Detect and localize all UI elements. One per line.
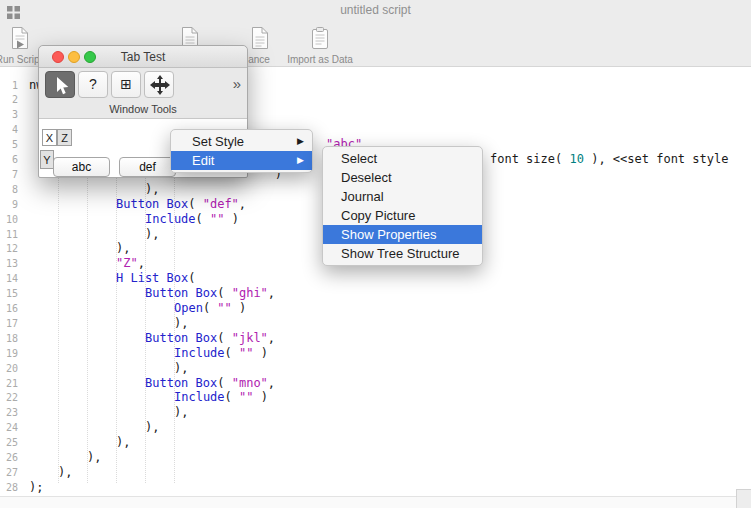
code-text: Button Box( "ghi", — [145, 286, 275, 301]
code-line-23: 23), — [0, 405, 751, 420]
code-text: ), — [58, 465, 72, 480]
menu-item-label: Show Tree Structure — [341, 246, 460, 261]
code-text: ); — [29, 480, 43, 495]
code-line-27: 27), — [0, 465, 751, 480]
code-text: ), — [145, 182, 159, 197]
code-line-19: 19Include( "" ) — [0, 346, 751, 361]
line-number: 10 — [0, 212, 18, 227]
line-number: 3 — [0, 107, 18, 122]
submenu-arrow-icon: ▶ — [297, 132, 304, 151]
tab-y[interactable]: Y — [40, 150, 54, 169]
code-text: ), — [116, 435, 130, 450]
add-window-tool[interactable]: ⊞ — [111, 71, 141, 98]
code-text: ), — [87, 450, 101, 465]
menu-item-show-properties[interactable]: Show Properties — [323, 225, 482, 244]
line-number: 18 — [0, 331, 18, 346]
menu-item-set-style[interactable]: Set Style▶ — [171, 132, 312, 151]
toolbar-run-script[interactable]: Run Script — [4, 25, 34, 65]
tab-x[interactable]: X — [42, 129, 57, 146]
tab-test-titlebar[interactable]: Tab Test — [39, 46, 247, 68]
tab-z[interactable]: Z — [57, 129, 72, 146]
code-line-17: 17), — [0, 316, 751, 331]
line-number: 21 — [0, 376, 18, 391]
code-text: ), — [174, 405, 188, 420]
line-number: 19 — [0, 346, 18, 361]
horizontal-scrollbar[interactable] — [0, 496, 736, 508]
code-text: Button Box( "def", — [116, 197, 246, 212]
pointer-tool[interactable] — [45, 71, 75, 98]
code-text: Include( "" ) — [145, 212, 239, 227]
toolbar-label: Run Script — [0, 54, 42, 65]
menu-item-deselect[interactable]: Deselect — [323, 168, 482, 187]
code-text: H List Box( — [116, 271, 195, 286]
code-text: Include( "" ) — [174, 346, 268, 361]
code-line-24: 24), — [0, 420, 751, 435]
abc-button[interactable]: abc — [53, 157, 110, 177]
line-number: 5 — [0, 137, 18, 152]
app-window: 1nw2345"abc",6font size( 10 ), <<set fon… — [0, 0, 751, 508]
code-line-15: 15Button Box( "ghi", — [0, 286, 751, 301]
submenu-arrow-icon: ▶ — [297, 151, 304, 170]
toolbar-label: ance — [248, 54, 270, 65]
menu-item-edit[interactable]: Edit▶ — [171, 151, 312, 170]
line-number: 13 — [0, 256, 18, 271]
line-number: 12 — [0, 241, 18, 256]
menu-item-label: Copy Picture — [341, 208, 415, 223]
line-number: 24 — [0, 420, 18, 435]
menu-item-select[interactable]: Select — [323, 149, 482, 168]
page-icon — [246, 25, 272, 51]
menu-item-label: Journal — [341, 189, 384, 204]
menu-item-label: Show Properties — [341, 227, 436, 242]
line-number: 4 — [0, 122, 18, 137]
menu-item-show-tree-structure[interactable]: Show Tree Structure — [323, 244, 482, 263]
toolbar-overflow-chevron[interactable]: » — [233, 75, 241, 92]
code-line-26: 26), — [0, 450, 751, 465]
context-menu: Set Style▶Edit▶ — [170, 129, 313, 173]
menu-item-label: Select — [341, 151, 377, 166]
line-number: 27 — [0, 465, 18, 480]
toolbar-import-as-data[interactable]: Import as Data — [305, 25, 335, 65]
code-text: Open( "" ) — [174, 301, 246, 316]
line-number: 17 — [0, 316, 18, 331]
line-number: 2 — [0, 92, 18, 107]
toolbar-toolbar-tool-3[interactable]: ance — [244, 25, 274, 65]
def-button[interactable]: def — [119, 157, 176, 177]
code-line-25: 25), — [0, 435, 751, 450]
line-number: 7 — [0, 167, 18, 182]
toolbar-label: Import as Data — [287, 54, 353, 65]
move-tool[interactable] — [144, 71, 174, 98]
line-number: 22 — [0, 390, 18, 405]
code-text: ), — [174, 361, 188, 376]
edit-submenu: SelectDeselectJournalCopy PictureShow Pr… — [322, 146, 483, 266]
code-line-18: 18Button Box( "jkl", — [0, 331, 751, 346]
menu-item-label: Set Style — [192, 134, 244, 149]
code-text: font size( 10 ), <<set font style — [490, 152, 728, 167]
window-title: untitled script — [0, 3, 751, 17]
code-text: Button Box( "mno", — [145, 376, 275, 391]
code-text: ), — [145, 420, 159, 435]
code-text: ), — [116, 241, 130, 256]
page-run-icon — [6, 25, 32, 51]
tab-test-title: Tab Test — [39, 50, 247, 64]
line-number: 16 — [0, 301, 18, 316]
help-tool[interactable]: ? — [78, 71, 108, 98]
line-number: 9 — [0, 197, 18, 212]
line-number: 23 — [0, 405, 18, 420]
code-line-22: 22Include( "" ) — [0, 390, 751, 405]
code-line-21: 21Button Box( "mno", — [0, 376, 751, 391]
line-number: 11 — [0, 227, 18, 242]
line-number: 15 — [0, 286, 18, 301]
menu-item-journal[interactable]: Journal — [323, 187, 482, 206]
window-grid-icon — [7, 5, 20, 18]
menu-item-label: Deselect — [341, 170, 392, 185]
line-number: 28 — [0, 480, 18, 495]
line-number: 8 — [0, 182, 18, 197]
code-line-14: 14H List Box( — [0, 271, 751, 286]
line-number: 1 — [0, 78, 18, 93]
clipboard-icon — [307, 25, 333, 51]
code-line-20: 20), — [0, 361, 751, 376]
menu-item-copy-picture[interactable]: Copy Picture — [323, 206, 482, 225]
code-line-16: 16Open( "" ) — [0, 301, 751, 316]
code-line-28: 28); — [0, 480, 751, 495]
code-text: ), — [145, 227, 159, 242]
